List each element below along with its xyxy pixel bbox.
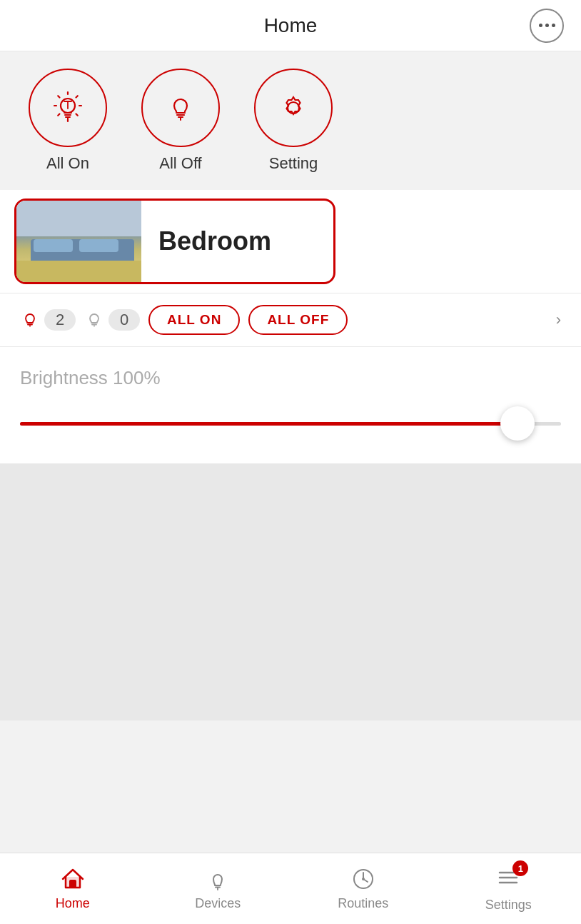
svg-line-6 xyxy=(76,114,78,116)
brightness-section: Brightness 100% xyxy=(0,346,581,463)
room-card-bedroom[interactable]: Bedroom xyxy=(14,199,335,284)
all-off-control[interactable]: All Off xyxy=(141,69,220,173)
setting-circle xyxy=(254,69,333,147)
devices-icon xyxy=(205,866,231,892)
on-stat: 2 xyxy=(20,309,76,331)
controls-section: All On All Off Setting xyxy=(0,51,581,190)
bulb-on-stat-icon xyxy=(20,310,40,330)
header: Home xyxy=(0,0,581,51)
nav-item-home[interactable]: Home xyxy=(0,853,146,924)
slider-fill xyxy=(20,422,517,426)
slider-track xyxy=(20,422,561,426)
nav-label-home: Home xyxy=(56,896,90,911)
room-all-on-button[interactable]: ALL ON xyxy=(148,305,240,335)
svg-line-5 xyxy=(58,96,59,97)
settings-badge: 1 xyxy=(512,860,528,876)
room-name: Bedroom xyxy=(141,226,271,256)
home-icon xyxy=(60,866,86,892)
brightness-slider-container[interactable] xyxy=(20,406,561,441)
nav-item-routines[interactable]: Routines xyxy=(290,853,436,924)
bulb-off-icon xyxy=(161,89,200,127)
svg-line-7 xyxy=(76,96,78,97)
brightness-value: 100% xyxy=(113,367,161,388)
nav-item-devices[interactable]: Devices xyxy=(146,853,291,924)
on-count: 2 xyxy=(44,309,76,331)
menu-button[interactable] xyxy=(530,9,564,43)
page-title: Home xyxy=(264,14,318,37)
all-off-label: All Off xyxy=(159,154,202,173)
chevron-right-icon[interactable]: › xyxy=(556,311,561,329)
nav-item-settings[interactable]: 1 Settings xyxy=(436,853,582,924)
all-on-label: All On xyxy=(46,154,89,173)
stats-section: 2 0 ALL ON ALL OFF › xyxy=(0,293,581,346)
nav-label-routines: Routines xyxy=(338,896,388,911)
nav-label-settings: Settings xyxy=(485,898,532,913)
routines-icon xyxy=(350,866,376,892)
rooms-section: Bedroom xyxy=(0,190,581,293)
setting-control[interactable]: Setting xyxy=(254,69,333,173)
svg-line-8 xyxy=(58,114,59,116)
setting-label: Setting xyxy=(269,154,318,173)
off-stat: 0 xyxy=(84,309,140,331)
nav-label-devices: Devices xyxy=(195,896,241,911)
ellipsis-icon xyxy=(539,24,555,27)
all-on-circle xyxy=(29,69,107,147)
bulb-off-stat-icon xyxy=(84,310,104,330)
all-on-control[interactable]: All On xyxy=(29,69,107,173)
bulb-on-icon xyxy=(49,89,87,127)
settings-icon-wrapper: 1 xyxy=(495,865,521,893)
svg-point-30 xyxy=(362,878,365,880)
all-off-circle xyxy=(141,69,220,147)
room-image xyxy=(16,201,141,282)
room-all-off-button[interactable]: ALL OFF xyxy=(248,305,348,335)
gear-icon xyxy=(274,89,313,127)
brightness-label: Brightness 100% xyxy=(20,367,561,389)
off-count: 0 xyxy=(108,309,140,331)
bottom-nav: Home Devices Routines 1 S xyxy=(0,853,581,924)
slider-thumb[interactable] xyxy=(500,406,535,441)
main-content-area xyxy=(0,463,581,720)
svg-rect-23 xyxy=(70,880,76,888)
